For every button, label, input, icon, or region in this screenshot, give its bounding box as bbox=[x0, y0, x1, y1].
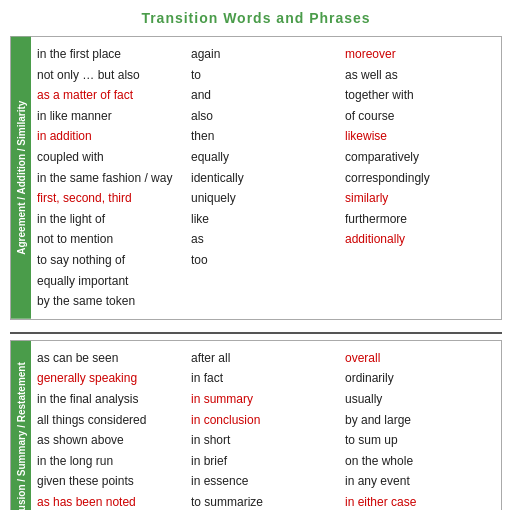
item-agreement-2-8: furthermore bbox=[345, 210, 495, 229]
section-divider bbox=[10, 332, 502, 334]
item-agreement-1-2: and bbox=[191, 86, 341, 105]
item-conclusion-2-4: to sum up bbox=[345, 431, 495, 450]
item-agreement-0-7: first, second, third bbox=[37, 189, 187, 208]
item-conclusion-0-3: all things considered bbox=[37, 411, 187, 430]
item-agreement-0-11: equally important bbox=[37, 272, 187, 291]
item-agreement-0-12: by the same token bbox=[37, 292, 187, 311]
item-agreement-1-7: uniquely bbox=[191, 189, 341, 208]
item-conclusion-1-5: in brief bbox=[191, 452, 341, 471]
item-conclusion-1-2: in summary bbox=[191, 390, 341, 409]
item-conclusion-0-6: given these points bbox=[37, 472, 187, 491]
item-agreement-0-5: coupled with bbox=[37, 148, 187, 167]
item-agreement-2-7: similarly bbox=[345, 189, 495, 208]
item-agreement-0-3: in like manner bbox=[37, 107, 187, 126]
section-conclusion: Conclusion / Summary / Restatementas can… bbox=[10, 340, 502, 510]
col-agreement-2: moreoveras well astogether withof course… bbox=[345, 45, 495, 311]
item-conclusion-2-7: in either case bbox=[345, 493, 495, 510]
item-agreement-0-4: in addition bbox=[37, 127, 187, 146]
item-conclusion-1-0: after all bbox=[191, 349, 341, 368]
item-conclusion-1-7: to summarize bbox=[191, 493, 341, 510]
item-agreement-0-6: in the same fashion / way bbox=[37, 169, 187, 188]
item-conclusion-1-3: in conclusion bbox=[191, 411, 341, 430]
section-agreement: Agreement / Addition / Similarityin the … bbox=[10, 36, 502, 320]
item-agreement-2-5: comparatively bbox=[345, 148, 495, 167]
item-agreement-0-0: in the first place bbox=[37, 45, 187, 64]
col-agreement-0: in the first placenot only … but alsoas … bbox=[37, 45, 187, 311]
page-title: Transition Words and Phrases bbox=[10, 10, 502, 26]
item-conclusion-0-2: in the final analysis bbox=[37, 390, 187, 409]
item-conclusion-0-1: generally speaking bbox=[37, 369, 187, 388]
item-agreement-1-8: like bbox=[191, 210, 341, 229]
col-conclusion-1: after allin factin summaryin conclusioni… bbox=[191, 349, 341, 510]
item-conclusion-2-0: overall bbox=[345, 349, 495, 368]
item-agreement-1-4: then bbox=[191, 127, 341, 146]
item-conclusion-2-3: by and large bbox=[345, 411, 495, 430]
item-agreement-0-1: not only … but also bbox=[37, 66, 187, 85]
item-agreement-1-5: equally bbox=[191, 148, 341, 167]
section-content-conclusion: as can be seengenerally speakingin the f… bbox=[31, 341, 501, 510]
col-agreement-1: againtoandalsothenequallyidenticallyuniq… bbox=[191, 45, 341, 311]
item-agreement-0-9: not to mention bbox=[37, 230, 187, 249]
item-agreement-1-9: as bbox=[191, 230, 341, 249]
item-conclusion-0-7: as has been noted bbox=[37, 493, 187, 510]
item-agreement-1-6: identically bbox=[191, 169, 341, 188]
item-agreement-2-3: of course bbox=[345, 107, 495, 126]
item-conclusion-1-6: in essence bbox=[191, 472, 341, 491]
item-agreement-0-8: in the light of bbox=[37, 210, 187, 229]
item-agreement-2-0: moreover bbox=[345, 45, 495, 64]
section-label-agreement: Agreement / Addition / Similarity bbox=[11, 37, 31, 319]
item-agreement-2-1: as well as bbox=[345, 66, 495, 85]
section-content-agreement: in the first placenot only … but alsoas … bbox=[31, 37, 501, 319]
item-agreement-1-1: to bbox=[191, 66, 341, 85]
item-agreement-2-2: together with bbox=[345, 86, 495, 105]
section-label-conclusion: Conclusion / Summary / Restatement bbox=[11, 341, 31, 510]
item-conclusion-0-5: in the long run bbox=[37, 452, 187, 471]
item-conclusion-1-4: in short bbox=[191, 431, 341, 450]
item-agreement-2-6: correspondingly bbox=[345, 169, 495, 188]
item-conclusion-2-5: on the whole bbox=[345, 452, 495, 471]
item-conclusion-1-1: in fact bbox=[191, 369, 341, 388]
item-agreement-1-0: again bbox=[191, 45, 341, 64]
col-conclusion-0: as can be seengenerally speakingin the f… bbox=[37, 349, 187, 510]
item-conclusion-0-4: as shown above bbox=[37, 431, 187, 450]
item-conclusion-2-2: usually bbox=[345, 390, 495, 409]
item-agreement-1-3: also bbox=[191, 107, 341, 126]
item-agreement-1-10: too bbox=[191, 251, 341, 270]
item-conclusion-0-0: as can be seen bbox=[37, 349, 187, 368]
col-conclusion-2: overallordinarilyusuallyby and largeto s… bbox=[345, 349, 495, 510]
item-agreement-0-10: to say nothing of bbox=[37, 251, 187, 270]
item-agreement-2-4: likewise bbox=[345, 127, 495, 146]
item-agreement-2-9: additionally bbox=[345, 230, 495, 249]
item-conclusion-2-1: ordinarily bbox=[345, 369, 495, 388]
item-agreement-0-2: as a matter of fact bbox=[37, 86, 187, 105]
item-conclusion-2-6: in any event bbox=[345, 472, 495, 491]
